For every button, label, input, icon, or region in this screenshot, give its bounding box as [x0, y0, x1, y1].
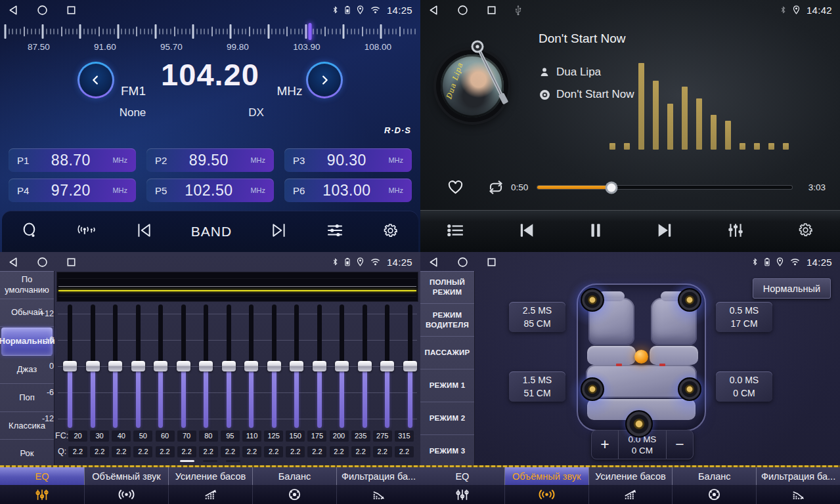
- eq-band-slider-80[interactable]: [204, 304, 208, 429]
- eq-slider-thumb[interactable]: [290, 361, 303, 371]
- eq-band-slider-150[interactable]: [294, 304, 299, 429]
- subwoofer-icon[interactable]: [625, 410, 653, 438]
- nav-back-icon[interactable]: [428, 5, 439, 16]
- eq-slider-thumb[interactable]: [313, 361, 326, 371]
- q-value-box[interactable]: 2.2: [112, 446, 131, 457]
- q-value-box[interactable]: 2.2: [68, 446, 87, 457]
- q-value-box[interactable]: 2.2: [264, 446, 283, 457]
- band-button[interactable]: BAND: [188, 221, 234, 242]
- q-value-box[interactable]: 2.2: [307, 446, 326, 457]
- tab-bass-boost[interactable]: Усиление басов: [588, 467, 673, 504]
- settings-button[interactable]: [380, 220, 401, 243]
- playlist-button[interactable]: [445, 221, 467, 242]
- previous-station-button[interactable]: [133, 220, 155, 243]
- eq-slider-thumb[interactable]: [63, 361, 77, 371]
- eq-band-slider-50[interactable]: [136, 304, 141, 429]
- eq-slider-thumb[interactable]: [335, 361, 349, 371]
- rear-left-speaker-icon[interactable]: [581, 377, 604, 401]
- eq-band-slider-20[interactable]: [68, 304, 72, 429]
- eq-band-slider-175[interactable]: [317, 304, 322, 429]
- fc-value-box[interactable]: 175: [307, 430, 326, 442]
- q-value-box[interactable]: 2.2: [177, 446, 196, 457]
- nav-recents-icon[interactable]: [66, 257, 77, 268]
- tab-surround[interactable]: Объёмный звук: [504, 467, 588, 504]
- eq-band-slider-125[interactable]: [272, 304, 276, 429]
- nav-home-icon[interactable]: [37, 257, 48, 268]
- mode-1[interactable]: РЕЖИМ 1: [420, 369, 474, 402]
- progress-bar[interactable]: [537, 186, 792, 189]
- fc-value-box[interactable]: 95: [221, 430, 240, 442]
- progress-knob[interactable]: [607, 183, 615, 192]
- rear-right-speaker-icon[interactable]: [678, 377, 701, 401]
- fc-value-box[interactable]: 50: [133, 430, 152, 442]
- q-value-box[interactable]: 2.2: [221, 446, 240, 457]
- nav-home-icon[interactable]: [457, 257, 468, 268]
- mode-3[interactable]: РЕЖИМ 3: [420, 435, 474, 467]
- preset-button-p1[interactable]: P188.70MHz: [9, 148, 136, 172]
- fc-value-box[interactable]: 30: [90, 430, 109, 442]
- rear-right-delay[interactable]: 0.0 MS 0 CM: [716, 371, 772, 402]
- nav-recents-icon[interactable]: [486, 257, 497, 268]
- q-value-box[interactable]: 2.2: [156, 446, 175, 457]
- eq-slider-thumb[interactable]: [86, 361, 100, 371]
- fc-value-box[interactable]: 315: [395, 430, 414, 442]
- favorite-button[interactable]: [444, 176, 467, 200]
- next-station-button[interactable]: [268, 220, 290, 243]
- q-value-box[interactable]: 2.2: [242, 446, 261, 457]
- eq-band-slider-40[interactable]: [113, 304, 118, 429]
- q-value-box[interactable]: 2.2: [199, 446, 218, 457]
- q-value-box[interactable]: 2.2: [133, 446, 152, 457]
- eq-slider-thumb[interactable]: [358, 361, 372, 371]
- settings-button[interactable]: [795, 219, 816, 243]
- front-left-speaker-icon[interactable]: [581, 288, 604, 312]
- eq-preset-default[interactable]: По умолчанию: [0, 271, 54, 299]
- fc-value-box[interactable]: 275: [373, 430, 392, 442]
- delay-increase-button[interactable]: +: [592, 430, 618, 459]
- fc-value-box[interactable]: 70: [177, 430, 196, 442]
- eq-band-slider-95[interactable]: [227, 304, 231, 429]
- eq-band-slider-60[interactable]: [158, 304, 163, 429]
- mode-full[interactable]: ПОЛНЫЙ РЕЖИМ: [420, 271, 474, 304]
- eq-slider-thumb[interactable]: [108, 361, 122, 371]
- eq-slider-thumb[interactable]: [244, 361, 258, 371]
- mode-driver[interactable]: РЕЖИМ ВОДИТЕЛЯ: [420, 304, 474, 337]
- scan-button[interactable]: [19, 220, 41, 243]
- q-value-box[interactable]: 2.2: [286, 446, 305, 457]
- tab-balance[interactable]: Баланс: [672, 467, 756, 504]
- eq-band-slider-70[interactable]: [181, 304, 186, 429]
- eq-band-slider-110[interactable]: [249, 304, 254, 429]
- mode-2[interactable]: РЕЖИМ 2: [420, 402, 474, 435]
- eq-slider-thumb[interactable]: [131, 361, 145, 371]
- nav-home-icon[interactable]: [457, 5, 468, 16]
- fc-value-box[interactable]: 125: [264, 430, 283, 442]
- pause-button[interactable]: [586, 220, 606, 243]
- eq-slider-thumb[interactable]: [267, 361, 281, 371]
- eq-band-slider-275[interactable]: [385, 304, 389, 429]
- fc-value-box[interactable]: 200: [330, 430, 349, 442]
- eq-slider-thumb[interactable]: [222, 361, 236, 371]
- eq-band-slider-315[interactable]: [408, 304, 412, 429]
- rear-left-delay[interactable]: 1.5 MS 51 CM: [509, 371, 565, 402]
- previous-track-button[interactable]: [515, 220, 538, 243]
- fc-value-box[interactable]: 150: [286, 430, 305, 442]
- nav-home-icon[interactable]: [37, 5, 48, 16]
- tab-subsonic-filter[interactable]: Фильтрация ба...: [336, 467, 420, 504]
- eq-slider-thumb[interactable]: [177, 361, 190, 371]
- next-track-button[interactable]: [653, 220, 676, 243]
- eq-preset-rock[interactable]: Рок: [0, 440, 54, 467]
- tab-eq[interactable]: EQ: [0, 467, 84, 504]
- nav-back-icon[interactable]: [8, 257, 19, 268]
- eq-slider-thumb[interactable]: [154, 361, 167, 371]
- q-value-box[interactable]: 2.2: [330, 446, 349, 457]
- audio-fader-button[interactable]: [724, 220, 747, 243]
- mode-passenger[interactable]: ПАССАЖИР: [420, 337, 474, 369]
- tab-bass-boost[interactable]: Усиление басов: [168, 467, 252, 504]
- fc-value-box[interactable]: 110: [242, 430, 261, 442]
- front-left-delay[interactable]: 2.5 MS 85 CM: [509, 302, 565, 332]
- preset-button-p3[interactable]: P390.30MHz: [284, 148, 412, 172]
- tune-up-button[interactable]: [306, 62, 343, 98]
- delay-decrease-button[interactable]: −: [667, 430, 693, 459]
- ta-broadcast-button[interactable]: [74, 220, 99, 242]
- preset-button-p5[interactable]: P5102.50MHz: [146, 178, 274, 202]
- eq-slider-thumb[interactable]: [380, 361, 394, 371]
